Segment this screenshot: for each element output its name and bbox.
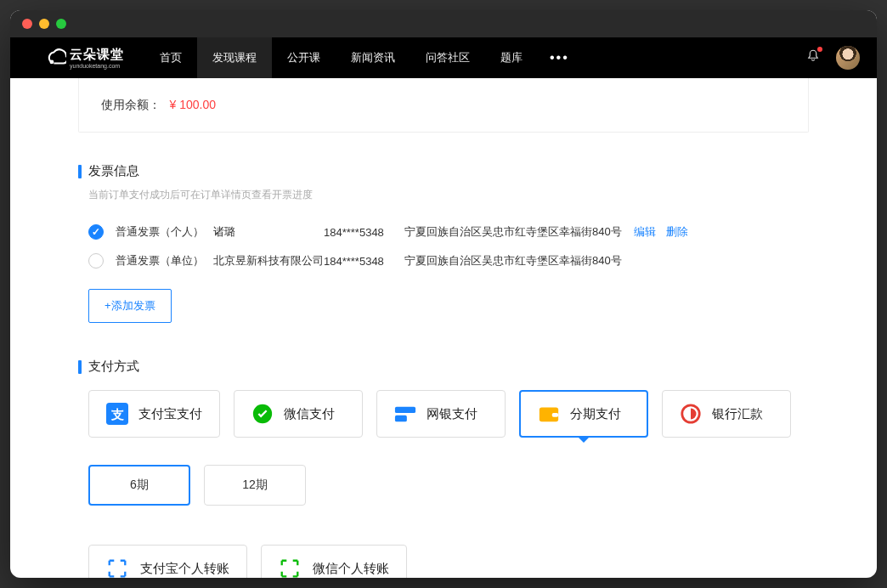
svg-point-0 bbox=[50, 59, 54, 64]
window-titlebar bbox=[10, 10, 877, 37]
invoice-address: 宁夏回族自治区吴忠市红寺堡区幸福街840号 bbox=[404, 253, 634, 269]
nav-more-button[interactable]: ••• bbox=[538, 50, 581, 65]
user-avatar[interactable] bbox=[836, 46, 860, 70]
pay-method-wechat[interactable]: 微信支付 bbox=[234, 390, 363, 438]
nav-home[interactable]: 首页 bbox=[144, 37, 197, 78]
payment-section-title: 支付方式 bbox=[88, 359, 139, 375]
logo[interactable]: 云朵课堂 yunduoketang.com bbox=[44, 47, 124, 69]
invoice-section-head: 发票信息 bbox=[78, 163, 809, 179]
pay-method-alipay[interactable]: 支 支付宝支付 bbox=[88, 390, 220, 438]
logo-text: 云朵课堂 bbox=[70, 47, 124, 61]
top-nav: 云朵课堂 yunduoketang.com 首页 发现课程 公开课 新闻资讯 问… bbox=[10, 37, 877, 78]
invoice-name: 北京昱新科技有限公司 bbox=[213, 253, 324, 269]
invoice-row-personal[interactable]: 普通发票（个人） 诸璐 184****5348 宁夏回族自治区吴忠市红寺堡区幸福… bbox=[78, 218, 809, 246]
invoice-phone: 184****5348 bbox=[324, 255, 404, 268]
pay-method-label: 微信支付 bbox=[284, 406, 335, 422]
window-maximize-button[interactable] bbox=[56, 19, 66, 29]
period-6[interactable]: 6期 bbox=[88, 465, 190, 506]
invoice-address: 宁夏回族自治区吴忠市红寺堡区幸福街840号 bbox=[404, 224, 634, 240]
pay-method-label: 网银支付 bbox=[427, 406, 477, 422]
invoice-delete-link[interactable]: 删除 bbox=[666, 225, 688, 238]
pay-method-label: 银行汇款 bbox=[712, 406, 763, 422]
payment-methods-row: 支 支付宝支付 微信支付 网银支付 bbox=[88, 390, 809, 438]
pay-method-unionpay[interactable]: 网银支付 bbox=[376, 390, 506, 438]
period-12[interactable]: 12期 bbox=[204, 465, 306, 506]
unionpay-icon bbox=[394, 403, 416, 425]
svg-rect-4 bbox=[395, 407, 415, 413]
logo-subtext: yunduoketang.com bbox=[70, 63, 124, 69]
nav-qa-community[interactable]: 问答社区 bbox=[410, 37, 485, 78]
invoice-section: 发票信息 当前订单支付成功后可在订单详情页查看开票进度 普通发票（个人） 诸璐 … bbox=[78, 163, 809, 323]
invoice-row-company[interactable]: 普通发票（单位） 北京昱新科技有限公司 184****5348 宁夏回族自治区吴… bbox=[78, 246, 809, 275]
payment-section: 支付方式 支 支付宝支付 微信支付 bbox=[78, 359, 809, 578]
invoice-type: 普通发票（个人） bbox=[116, 224, 213, 240]
nav-news[interactable]: 新闻资讯 bbox=[336, 37, 410, 78]
scan-wechat-icon bbox=[279, 557, 301, 578]
app-window: 云朵课堂 yunduoketang.com 首页 发现课程 公开课 新闻资讯 问… bbox=[10, 10, 877, 578]
pay-method-installment[interactable]: 分期支付 bbox=[519, 390, 648, 438]
pay-method-label: 支付宝支付 bbox=[138, 406, 202, 422]
section-bar-icon bbox=[78, 165, 82, 178]
payment-section-head: 支付方式 bbox=[78, 359, 809, 375]
notification-dot bbox=[817, 47, 822, 52]
invoice-radio-checked[interactable] bbox=[88, 224, 104, 240]
balance-box: 使用余额： ¥ 100.00 bbox=[78, 78, 809, 133]
cloud-logo-icon bbox=[44, 47, 66, 69]
section-bar-icon bbox=[78, 360, 82, 374]
nav-discover-courses[interactable]: 发现课程 bbox=[197, 37, 272, 78]
svg-rect-7 bbox=[552, 413, 558, 417]
transfer-wechat-personal[interactable]: 微信个人转账 bbox=[261, 545, 407, 578]
window-close-button[interactable] bbox=[22, 19, 32, 29]
add-invoice-button[interactable]: +添加发票 bbox=[88, 289, 172, 323]
avatar-image bbox=[836, 46, 860, 70]
bank-icon bbox=[680, 403, 702, 425]
invoice-radio[interactable] bbox=[88, 253, 104, 269]
transfer-label: 支付宝个人转账 bbox=[140, 561, 229, 577]
transfer-row: 支付宝个人转账 微信个人转账 bbox=[88, 545, 809, 578]
invoice-type: 普通发票（单位） bbox=[116, 253, 213, 269]
pay-method-label: 分期支付 bbox=[570, 406, 621, 422]
invoice-name: 诸璐 bbox=[213, 224, 324, 240]
balance-amount: ¥ 100.00 bbox=[169, 98, 216, 111]
nav-open-courses[interactable]: 公开课 bbox=[272, 37, 336, 78]
pay-method-bank[interactable]: 银行汇款 bbox=[662, 390, 791, 438]
svg-text:支: 支 bbox=[110, 408, 124, 421]
wechat-icon bbox=[251, 403, 274, 425]
invoice-section-title: 发票信息 bbox=[88, 163, 139, 179]
balance-label: 使用余额： bbox=[101, 98, 161, 111]
invoice-phone: 184****5348 bbox=[324, 226, 404, 239]
wallet-icon bbox=[538, 403, 560, 425]
installment-period-row: 6期 12期 bbox=[88, 465, 809, 506]
invoice-edit-link[interactable]: 编辑 bbox=[634, 225, 656, 238]
transfer-alipay-personal[interactable]: 支付宝个人转账 bbox=[88, 545, 247, 578]
invoice-row-actions: 编辑 删除 bbox=[634, 224, 695, 240]
transfer-label: 微信个人转账 bbox=[313, 561, 389, 577]
main-content: 使用余额： ¥ 100.00 发票信息 当前订单支付成功后可在订单详情页查看开票… bbox=[10, 78, 877, 578]
window-minimize-button[interactable] bbox=[39, 19, 49, 29]
nav-question-bank[interactable]: 题库 bbox=[485, 37, 538, 78]
notification-bell-button[interactable] bbox=[805, 48, 821, 67]
invoice-section-subtitle: 当前订单支付成功后可在订单详情页查看开票进度 bbox=[88, 188, 809, 202]
scan-alipay-icon bbox=[106, 557, 128, 578]
svg-rect-5 bbox=[395, 416, 407, 421]
alipay-icon: 支 bbox=[106, 403, 128, 425]
